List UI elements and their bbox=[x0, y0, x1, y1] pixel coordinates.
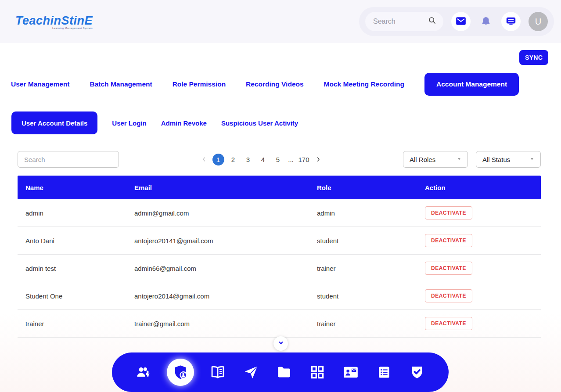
paper-plane-icon bbox=[243, 364, 259, 380]
cell-role: trainer bbox=[309, 265, 417, 272]
tab-mock-meeting-recording[interactable]: Mock Meeting Recording bbox=[324, 80, 404, 88]
status-filter-dropdown[interactable]: All Status bbox=[476, 151, 541, 168]
contact-card-icon bbox=[342, 364, 359, 381]
shield-user-icon bbox=[172, 364, 189, 381]
nav-apps-grid-button[interactable] bbox=[308, 363, 327, 382]
header-search[interactable] bbox=[365, 12, 443, 31]
search-icon bbox=[428, 16, 437, 27]
pagination-next-button[interactable] bbox=[313, 154, 324, 165]
chevron-down-icon bbox=[529, 156, 535, 163]
accounts-table: Name Email Role Action admin admin@gmail… bbox=[18, 176, 541, 338]
page-button-1[interactable]: 1 bbox=[212, 154, 224, 165]
table-header-row: Name Email Role Action bbox=[18, 176, 541, 199]
nav-shield-user-button[interactable] bbox=[167, 359, 194, 386]
header-actions: U bbox=[359, 7, 554, 36]
nav-users-voice-button[interactable] bbox=[134, 363, 153, 382]
tab-role-permission[interactable]: Role Permission bbox=[173, 80, 226, 88]
cell-email: antojero20141@gmail.com bbox=[126, 237, 309, 245]
table-row: trainer trainer@gmail.com trainer DEACTI… bbox=[18, 310, 541, 338]
scroll-down-button[interactable] bbox=[273, 336, 288, 351]
cell-role: admin bbox=[309, 209, 417, 217]
bell-icon bbox=[480, 15, 492, 28]
tab-user-management[interactable]: User Management bbox=[11, 80, 70, 88]
chevron-down-icon bbox=[456, 156, 462, 163]
roles-filter-dropdown[interactable]: All Roles bbox=[403, 151, 468, 168]
cell-name: Student One bbox=[18, 292, 126, 300]
nav-folder-button[interactable] bbox=[274, 363, 294, 382]
subtab-user-login[interactable]: User Login bbox=[112, 119, 146, 127]
user-avatar[interactable]: U bbox=[529, 12, 548, 31]
nav-course-book-button[interactable] bbox=[208, 363, 227, 382]
sync-button[interactable]: SYNC bbox=[519, 50, 548, 65]
pagination-prev-button[interactable] bbox=[199, 154, 209, 165]
cell-name: admin test bbox=[18, 265, 126, 272]
page-button-4[interactable]: 4 bbox=[257, 154, 269, 165]
chevron-down-icon bbox=[277, 338, 285, 349]
cell-name: trainer bbox=[18, 320, 126, 327]
filter-dropdowns: All Roles All Status bbox=[403, 151, 541, 168]
app-logo-title: TeachinStinE bbox=[15, 14, 93, 28]
pagination: 1 2 3 4 5 ... 170 bbox=[199, 154, 324, 165]
tab-recording-videos[interactable]: Recording Videos bbox=[246, 80, 304, 88]
column-header-email: Email bbox=[126, 184, 309, 191]
users-voice-icon bbox=[136, 364, 151, 380]
grid-icon bbox=[309, 364, 325, 380]
folder-icon bbox=[276, 364, 292, 380]
cell-email: admin@gmail.com bbox=[126, 209, 309, 217]
nav-form-list-button[interactable] bbox=[374, 363, 394, 382]
chat-display-icon bbox=[505, 15, 517, 28]
cell-role: student bbox=[309, 237, 417, 245]
app-logo: TeachinStinE Learning Management System bbox=[15, 14, 93, 29]
column-header-name: Name bbox=[18, 184, 126, 191]
sub-tabs: User Account Details User Login Admin Re… bbox=[11, 111, 298, 134]
cell-email: admin66@gmail.com bbox=[126, 265, 309, 272]
nav-shield-check-button[interactable] bbox=[407, 363, 427, 382]
main-tabs: User Management Batch Management Role Pe… bbox=[11, 73, 550, 96]
cell-email: trainer@gmail.com bbox=[126, 320, 309, 327]
app-logo-tagline: Learning Management System bbox=[52, 27, 93, 29]
tab-account-management[interactable]: Account Management bbox=[424, 73, 519, 96]
table-row: Anto Dani antojero20141@gmail.com studen… bbox=[18, 227, 541, 255]
tab-batch-management[interactable]: Batch Management bbox=[90, 80, 152, 88]
cell-name: admin bbox=[18, 209, 126, 217]
page: TeachinStinE Learning Management System bbox=[0, 0, 561, 392]
nav-contact-mail-button[interactable] bbox=[341, 363, 360, 382]
table-row: admin test admin66@gmail.com trainer DEA… bbox=[18, 255, 541, 282]
deactivate-button[interactable]: DEACTIVATE bbox=[425, 262, 472, 275]
column-header-action: Action bbox=[417, 184, 541, 191]
subtab-user-account-details[interactable]: User Account Details bbox=[11, 111, 97, 134]
cell-email: antojero2014@gmail.com bbox=[126, 292, 309, 300]
table-search-input[interactable] bbox=[18, 151, 119, 168]
cell-role: trainer bbox=[309, 320, 417, 327]
deactivate-button[interactable]: DEACTIVATE bbox=[425, 234, 472, 247]
table-row: Student One antojero2014@gmail.com stude… bbox=[18, 282, 541, 310]
open-book-icon bbox=[210, 364, 226, 380]
cell-name: Anto Dani bbox=[18, 237, 126, 245]
header-search-input[interactable] bbox=[373, 18, 426, 25]
deactivate-button[interactable]: DEACTIVATE bbox=[425, 317, 472, 330]
page-button-5[interactable]: 5 bbox=[272, 154, 284, 165]
cell-role: student bbox=[309, 292, 417, 300]
status-filter-value: All Status bbox=[482, 156, 510, 163]
column-header-role: Role bbox=[309, 184, 417, 191]
page-button-3[interactable]: 3 bbox=[242, 154, 254, 165]
page-button-2[interactable]: 2 bbox=[227, 154, 239, 165]
shield-check-icon bbox=[409, 364, 425, 380]
page-button-170[interactable]: 170 bbox=[298, 154, 310, 165]
roles-filter-value: All Roles bbox=[410, 156, 435, 163]
deactivate-button[interactable]: DEACTIVATE bbox=[425, 289, 472, 302]
table-controls: 1 2 3 4 5 ... 170 All Roles All Status bbox=[18, 151, 541, 168]
table-row: admin admin@gmail.com admin DEACTIVATE bbox=[18, 199, 541, 227]
subtab-suspicious-user-activity[interactable]: Suspicious User Activity bbox=[221, 119, 298, 127]
subtab-admin-revoke[interactable]: Admin Revoke bbox=[161, 119, 207, 127]
deactivate-button[interactable]: DEACTIVATE bbox=[425, 206, 472, 219]
list-icon bbox=[377, 365, 392, 380]
mail-icon bbox=[455, 15, 467, 28]
bottom-navigation bbox=[112, 352, 449, 392]
mail-button[interactable] bbox=[451, 12, 471, 31]
pagination-ellipsis: ... bbox=[287, 156, 295, 163]
notifications-button[interactable] bbox=[478, 13, 493, 30]
nav-send-button[interactable] bbox=[241, 363, 261, 382]
top-header: TeachinStinE Learning Management System bbox=[0, 0, 561, 43]
messages-button[interactable] bbox=[501, 12, 521, 31]
